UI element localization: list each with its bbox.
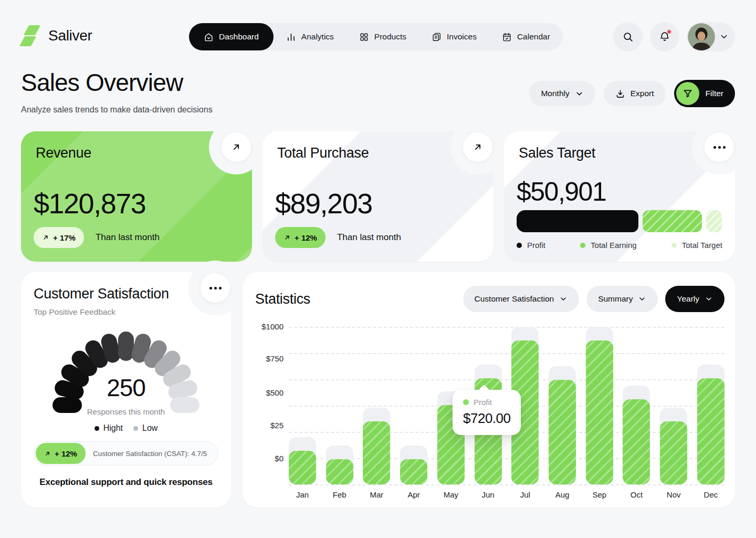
notification-dot [667,29,671,34]
x-tick-label: May [444,490,458,499]
cs-footnote: Exceptional support and quick responses [34,477,218,488]
target-segment-total-target [706,210,722,232]
customer-satisfaction-card: Customer Satisfaction Top Positive Feedb… [21,272,231,508]
customer-satisfaction-more-button[interactable] [201,273,230,303]
bar-group-jan[interactable]: Jan [289,326,316,484]
lower-row: Customer Satisfaction Top Positive Feedb… [21,272,735,508]
chevron-down-icon [575,89,584,98]
grid-icon [359,32,369,42]
topbar: Saliver Dashboard Analytics Products Inv… [21,23,735,53]
gauge: 250 [34,324,218,420]
export-button[interactable]: Export [604,81,666,106]
x-tick-label: Mar [370,490,384,499]
legend-item: Total Earning [580,241,637,250]
y-tick-label: $500 [255,388,284,397]
metric-select[interactable]: Customer Satisfaction [463,286,580,312]
ellipsis-icon [713,146,726,149]
nav-item-label: Invoices [447,32,477,42]
search-button[interactable] [613,22,643,51]
bar-group-oct[interactable]: Oct [623,326,650,484]
total-purchase-expand-button[interactable] [463,132,492,162]
bar-chart: $1000$750$500$25$0 JanFebMarAprMayJunJul… [255,326,724,499]
chevron-down-icon [705,295,713,303]
bar-group-sep[interactable]: Sep [586,326,613,484]
nav-item-label: Analytics [301,32,334,42]
avatar [688,23,715,50]
profile-menu[interactable] [687,22,735,51]
period-select-value: Monthly [541,89,569,98]
arrow-up-right-icon [231,142,242,152]
home-icon [204,32,214,42]
bar-chart-icon [286,32,296,42]
total-purchase-card-title: Total Purchase [277,145,479,161]
x-tick-label: Dec [704,490,718,499]
main-nav: Dashboard Analytics Products Invoices Ca… [189,23,563,50]
gauge-segment [170,397,200,413]
nav-item-dashboard[interactable]: Dashboard [189,23,274,50]
sales-target-more-button[interactable] [705,132,734,162]
ellipsis-icon [209,287,222,289]
period-select[interactable]: Monthly [529,81,595,106]
x-tick-label: Oct [631,490,643,499]
cs-legend: HightLow [34,423,218,433]
filter-button[interactable]: Filter [674,80,735,107]
nav-item-label: Calendar [517,32,550,42]
tooltip-value: $720.00 [463,410,510,427]
nav-item-label: Products [374,32,406,42]
bar-group-aug[interactable]: Aug [549,326,576,484]
tooltip-series-dot [463,399,469,405]
nav-item-calendar[interactable]: Calendar [489,23,563,50]
target-legend: ProfitTotal EarningTotal Target [517,241,722,250]
revenue-delta-badge: + 17% [34,227,84,248]
notifications-button[interactable] [650,22,679,51]
topbar-actions [613,22,735,51]
gauge-segment [52,397,82,413]
statistics-title: Statistics [255,291,310,307]
nav-item-analytics[interactable]: Analytics [274,23,346,50]
x-tick-label: Feb [333,490,346,499]
legend-item: Profit [517,241,545,250]
chevron-down-icon [638,295,646,303]
x-tick-label: Jul [520,490,530,499]
target-bar [517,210,722,232]
brand-logo-icon [21,24,42,47]
customer-satisfaction-subtitle: Top Positive Feedback [34,307,218,317]
statistics-card: Statistics Customer Satisfaction Summary… [243,272,735,508]
y-tick-label: $750 [255,354,284,363]
page-header: Sales Overview Analyze sales trends to m… [21,68,735,119]
x-tick-label: Sep [592,490,606,499]
x-tick-label: Apr [407,490,419,499]
revenue-delta-note: Than last month [96,232,160,243]
x-tick-label: Jan [296,490,309,499]
calendar-icon [502,32,512,42]
total-purchase-value: $89,203 [275,187,372,220]
bar-group-feb[interactable]: Feb [326,326,353,484]
revenue-card-title: Revenue [36,145,237,161]
revenue-card: Revenue $120,873 + 17% Than last month [21,131,252,262]
bar-group-nov[interactable]: Nov [660,326,687,484]
legend-item: Total Target [671,241,722,250]
nav-item-invoices[interactable]: Invoices [419,23,489,50]
sales-target-card: Sales Target $50,901 ProfitTotal Earning… [504,131,735,262]
x-tick-label: Nov [667,490,681,499]
total-purchase-card: Total Purchase $89,203 + 12% Than last m… [262,131,494,262]
range-select[interactable]: Yearly [665,286,724,312]
arrow-up-right-icon [44,450,51,457]
export-label: Export [631,89,654,98]
total-purchase-delta-badge: + 12% [275,227,326,248]
bar-group-apr[interactable]: Apr [400,326,427,484]
nav-item-products[interactable]: Products [346,23,419,50]
summary-select[interactable]: Summary [586,286,658,312]
csat-pill: + 12% Customer Satisfaction (CSAT): 4.7/… [34,441,218,465]
bar-group-mar[interactable]: Mar [363,326,390,484]
revenue-expand-button[interactable] [222,132,251,162]
chevron-down-icon [559,295,568,303]
csat-text: Customer Satisfaction (CSAT): 4.7/5 [93,450,207,458]
chart-tooltip: Profit $720.00 [453,390,521,435]
revenue-value: $120,873 [34,187,145,220]
bar-group-dec[interactable]: Dec [697,326,724,484]
statistics-filters: Customer Satisfaction Summary Yearly [463,286,724,312]
total-purchase-delta-note: Than last month [337,232,401,243]
nav-item-label: Dashboard [219,32,259,42]
y-tick-label: $1000 [255,322,284,331]
